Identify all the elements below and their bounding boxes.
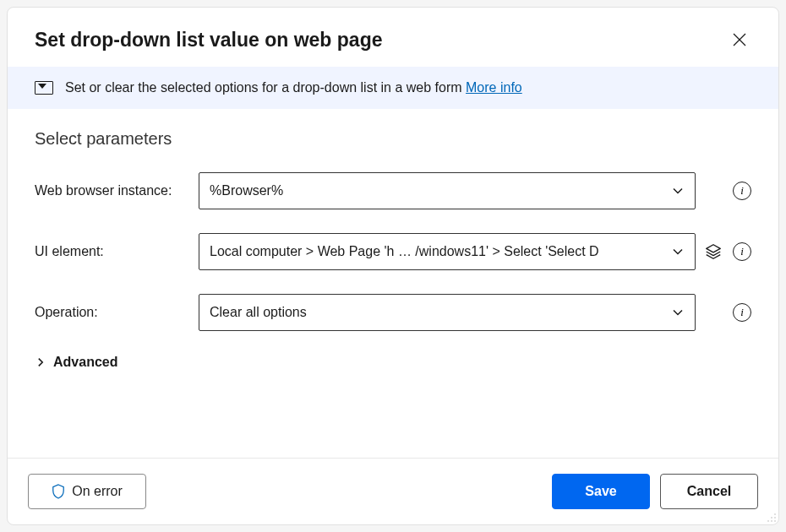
save-label: Save bbox=[585, 484, 616, 499]
info-banner: Set or clear the selected options for a … bbox=[8, 67, 778, 109]
close-button[interactable] bbox=[728, 28, 751, 52]
chevron-down-icon bbox=[671, 306, 685, 319]
field-ui-element: UI element: Local computer > Web Page 'h… bbox=[35, 233, 751, 270]
cancel-label: Cancel bbox=[687, 484, 731, 499]
on-error-button[interactable]: On error bbox=[28, 474, 146, 509]
svg-point-5 bbox=[774, 517, 776, 518]
svg-point-3 bbox=[774, 513, 776, 515]
svg-marker-2 bbox=[707, 245, 721, 252]
dialog: Set drop-down list value on web page Set… bbox=[7, 7, 779, 525]
on-error-label: On error bbox=[72, 484, 123, 499]
info-button-ui-element[interactable]: i bbox=[733, 242, 751, 261]
resize-grip-icon[interactable] bbox=[765, 511, 777, 523]
dropdown-icon bbox=[35, 81, 53, 95]
field-label: Web browser instance: bbox=[35, 183, 195, 198]
cancel-button[interactable]: Cancel bbox=[660, 474, 758, 509]
dialog-header: Set drop-down list value on web page bbox=[8, 8, 778, 67]
dialog-footer: On error Save Cancel bbox=[8, 458, 778, 524]
field-label: Operation: bbox=[35, 305, 195, 320]
banner-text: Set or clear the selected options for a … bbox=[65, 80, 522, 95]
browser-instance-select[interactable]: %Browser% bbox=[199, 172, 696, 209]
select-value: Clear all options bbox=[210, 305, 664, 320]
ui-element-select[interactable]: Local computer > Web Page 'h … /windows1… bbox=[199, 233, 696, 270]
info-button-operation[interactable]: i bbox=[733, 303, 751, 322]
svg-point-6 bbox=[767, 520, 769, 522]
chevron-down-icon bbox=[671, 245, 685, 258]
save-button[interactable]: Save bbox=[552, 474, 650, 509]
banner-description: Set or clear the selected options for a … bbox=[65, 80, 462, 95]
field-label: UI element: bbox=[35, 244, 195, 259]
layers-icon[interactable] bbox=[704, 242, 723, 261]
shield-icon bbox=[52, 484, 65, 499]
dialog-title: Set drop-down list value on web page bbox=[35, 29, 382, 52]
field-web-browser-instance: Web browser instance: %Browser% i bbox=[35, 172, 751, 209]
svg-point-7 bbox=[771, 520, 772, 522]
dialog-content: Select parameters Web browser instance: … bbox=[8, 109, 778, 458]
close-icon bbox=[733, 33, 746, 46]
chevron-down-icon bbox=[671, 184, 685, 198]
advanced-label: Advanced bbox=[53, 355, 117, 370]
chevron-right-icon bbox=[35, 356, 46, 368]
section-title: Select parameters bbox=[35, 129, 751, 149]
svg-point-8 bbox=[774, 520, 776, 522]
info-button-browser[interactable]: i bbox=[733, 182, 751, 200]
svg-point-4 bbox=[771, 517, 772, 518]
select-value: Local computer > Web Page 'h … /windows1… bbox=[210, 244, 664, 259]
more-info-link[interactable]: More info bbox=[466, 80, 522, 95]
select-value: %Browser% bbox=[210, 183, 664, 198]
field-operation: Operation: Clear all options i bbox=[35, 294, 751, 331]
operation-select[interactable]: Clear all options bbox=[199, 294, 696, 331]
advanced-toggle[interactable]: Advanced bbox=[35, 355, 751, 370]
